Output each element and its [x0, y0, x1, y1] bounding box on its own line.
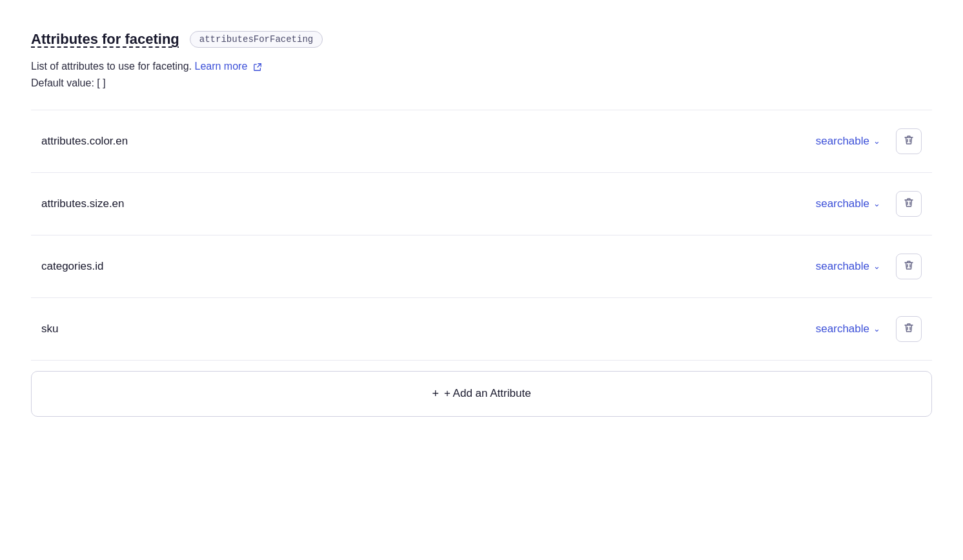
searchable-label: searchable — [816, 323, 869, 335]
delete-button[interactable] — [896, 191, 922, 217]
searchable-label: searchable — [816, 197, 869, 210]
attribute-name: attributes.size.en — [41, 197, 125, 210]
table-row: sku searchable ⌄ — [31, 298, 932, 361]
table-row: attributes.color.en searchable ⌄ — [31, 110, 932, 173]
plus-icon: + — [432, 387, 439, 401]
page-title: Attributes for faceting — [31, 31, 179, 48]
attribute-right: searchable ⌄ — [811, 316, 922, 342]
trash-icon — [903, 322, 915, 336]
delete-button[interactable] — [896, 254, 922, 279]
table-row: attributes.size.en searchable ⌄ — [31, 173, 932, 235]
add-attribute-label: + Add an Attribute — [444, 387, 531, 400]
trash-icon — [903, 259, 915, 274]
description: List of attributes to use for faceting. … — [31, 58, 932, 75]
title-row: Attributes for faceting attributesForFac… — [31, 31, 932, 48]
searchable-dropdown[interactable]: searchable ⌄ — [811, 132, 886, 150]
chevron-down-icon: ⌄ — [873, 136, 880, 146]
trash-icon — [903, 197, 915, 211]
attribute-name: attributes.color.en — [41, 135, 128, 148]
default-value-text: Default value: [ ] — [31, 77, 932, 89]
attribute-right: searchable ⌄ — [811, 254, 922, 279]
searchable-dropdown[interactable]: searchable ⌄ — [811, 195, 886, 213]
learn-more-link[interactable]: Learn more — [194, 61, 261, 72]
code-badge: attributesForFaceting — [190, 31, 323, 48]
table-row: categories.id searchable ⌄ — [31, 235, 932, 298]
external-link-icon — [253, 63, 262, 72]
delete-button[interactable] — [896, 128, 922, 154]
chevron-down-icon: ⌄ — [873, 324, 880, 334]
attribute-name: sku — [41, 323, 58, 335]
searchable-label: searchable — [816, 260, 869, 273]
searchable-dropdown[interactable]: searchable ⌄ — [811, 257, 886, 275]
chevron-down-icon: ⌄ — [873, 261, 880, 271]
searchable-dropdown[interactable]: searchable ⌄ — [811, 320, 886, 338]
description-text: List of attributes to use for faceting. — [31, 61, 192, 72]
trash-icon — [903, 134, 915, 148]
attribute-right: searchable ⌄ — [811, 128, 922, 154]
attribute-right: searchable ⌄ — [811, 191, 922, 217]
attribute-name: categories.id — [41, 260, 103, 273]
delete-button[interactable] — [896, 316, 922, 342]
chevron-down-icon: ⌄ — [873, 199, 880, 208]
searchable-label: searchable — [816, 135, 869, 148]
header-section: Attributes for faceting attributesForFac… — [31, 31, 932, 89]
attributes-list: attributes.color.en searchable ⌄ — [31, 110, 932, 361]
add-attribute-button[interactable]: + + Add an Attribute — [31, 371, 932, 417]
